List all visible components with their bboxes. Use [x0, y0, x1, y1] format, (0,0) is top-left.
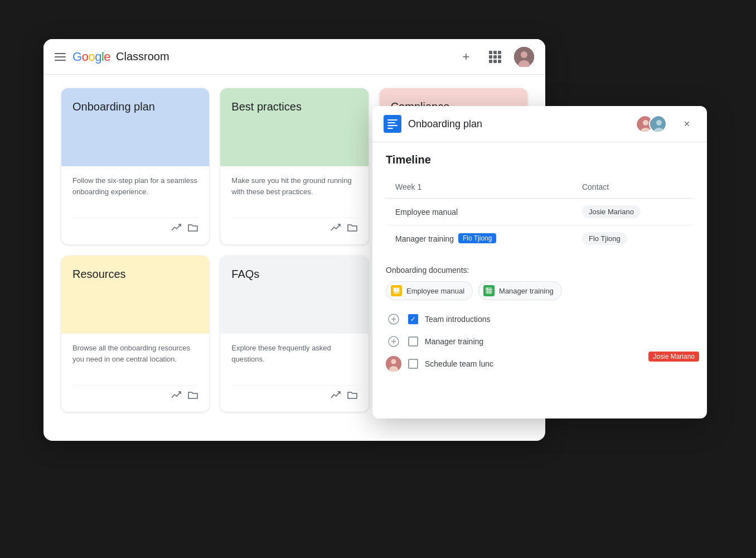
app-title: Classroom	[116, 50, 169, 63]
sheets-icon	[483, 285, 495, 296]
slides-icon	[391, 285, 402, 296]
svg-point-1	[521, 51, 527, 58]
checklist-item-2: Manager training	[386, 334, 694, 349]
grid-icon	[489, 51, 501, 63]
josie-contact-chip[interactable]: Josie Mariano	[582, 205, 641, 218]
table-col-contact: Contact	[573, 176, 694, 199]
apps-button[interactable]	[485, 47, 505, 67]
card-title-onboarding: Onboarding plan	[72, 99, 155, 114]
docs-section: Onboarding documents: Employee manual	[386, 266, 694, 300]
table-row: Manager training Flo Tjiong Flo Tjiong	[386, 225, 694, 252]
docs-chips: Employee manual	[386, 281, 694, 300]
folder-icon-resources[interactable]	[188, 390, 198, 403]
card-body-faqs: Explore these frequently asked questions…	[220, 334, 368, 412]
card-desc-best-practices: Make sure you hit the ground running wit…	[231, 175, 357, 209]
card-faqs[interactable]: FAQs Explore these frequently asked ques…	[220, 256, 368, 412]
table-cell-task-1: Employee manual	[386, 199, 573, 225]
detail-avatars	[636, 115, 667, 133]
classroom-header: Google Classroom +	[43, 39, 545, 75]
table-row: Employee manual Josie Mariano	[386, 199, 694, 225]
google-logo: Google	[72, 50, 110, 64]
svg-point-7	[656, 120, 662, 126]
doc-chip-label-training: Manager training	[499, 287, 554, 295]
timeline-section-title: Timeline	[386, 153, 694, 166]
detail-panel-title: Onboarding plan	[408, 118, 629, 130]
docs-section-label: Onboarding documents:	[386, 266, 694, 275]
card-header-best-practices: Best practices	[220, 88, 368, 166]
doc-chip-employee-manual[interactable]: Employee manual	[386, 281, 473, 300]
svg-point-4	[643, 120, 648, 126]
detail-panel: Onboarding plan	[372, 106, 707, 419]
card-footer-best-practices	[231, 218, 357, 235]
josie-tooltip: Josie Mariano	[648, 352, 699, 362]
card-onboarding-plan[interactable]: Onboarding plan Follow the six-step plan…	[61, 88, 209, 244]
trend-icon-best-practices[interactable]	[331, 223, 341, 235]
checkbox-1-checked[interactable]	[408, 314, 418, 324]
card-header-faqs: FAQs	[220, 256, 368, 334]
checklist-item-3: Schedule team lunc Josie Mariano	[386, 356, 694, 372]
header-actions: +	[456, 47, 534, 67]
checklist-label-1: Team introductions	[425, 315, 491, 324]
folder-icon-faqs[interactable]	[347, 390, 357, 403]
flo-tooltip: Flo Tjiong	[458, 233, 496, 243]
card-header-resources: Resources	[61, 256, 209, 334]
card-body-resources: Browse all the onboarding resources you …	[61, 334, 209, 412]
card-footer-faqs	[231, 385, 357, 403]
user-avatar[interactable]	[514, 47, 534, 67]
svg-point-25	[391, 359, 396, 364]
checklist-item-1: Team introductions	[386, 311, 694, 327]
folder-icon-best-practices[interactable]	[347, 223, 357, 235]
checklist-label-3: Schedule team lunc	[425, 359, 493, 368]
check-add-icon-2	[386, 334, 401, 349]
close-button[interactable]: ×	[678, 115, 696, 133]
doc-chip-label-manual: Employee manual	[406, 287, 464, 295]
avatar-josie-checklist	[386, 356, 401, 372]
doc-chip-manager-training[interactable]: Manager training	[478, 281, 562, 300]
card-title-faqs: FAQs	[231, 267, 259, 281]
card-title-resources: Resources	[72, 267, 126, 281]
card-resources[interactable]: Resources Browse all the onboarding reso…	[61, 256, 209, 412]
timeline-table: Week 1 Contact Employee manual Josie Mar…	[386, 175, 694, 252]
card-footer-onboarding	[72, 218, 198, 235]
svg-rect-11	[395, 292, 398, 294]
detail-panel-content: Timeline Week 1 Contact Employee manual …	[372, 142, 707, 419]
card-desc-faqs: Explore these frequently asked questions…	[231, 343, 357, 376]
card-footer-resources	[72, 385, 198, 403]
card-body-onboarding: Follow the six-step plan for a seamless …	[61, 166, 209, 244]
card-best-practices[interactable]: Best practices Make sure you hit the gro…	[220, 88, 368, 244]
table-cell-contact-2: Flo Tjiong	[573, 225, 694, 252]
table-col-week: Week 1	[386, 176, 573, 199]
detail-panel-header: Onboarding plan	[372, 106, 707, 142]
doc-icon	[384, 115, 401, 133]
svg-rect-10	[394, 288, 399, 292]
trend-icon-onboarding[interactable]	[171, 223, 181, 235]
card-title-best-practices: Best practices	[231, 99, 302, 114]
checklist-label-2: Manager training	[425, 337, 483, 346]
table-cell-task-2: Manager training Flo Tjiong	[386, 225, 573, 252]
card-desc-onboarding: Follow the six-step plan for a seamless …	[72, 175, 198, 209]
flo-contact-chip[interactable]: Flo Tjiong	[582, 232, 627, 245]
checkbox-2[interactable]	[408, 336, 418, 347]
checklist: Team introductions Manager training	[386, 311, 694, 372]
checkbox-3[interactable]	[408, 359, 418, 369]
check-add-icon-1	[386, 311, 401, 327]
trend-icon-resources[interactable]	[171, 390, 181, 403]
add-button[interactable]: +	[456, 47, 476, 67]
svg-rect-17	[486, 288, 488, 290]
card-header-onboarding: Onboarding plan	[61, 88, 209, 166]
avatar-flo	[649, 115, 667, 133]
trend-icon-faqs[interactable]	[331, 390, 341, 403]
folder-icon-onboarding[interactable]	[188, 223, 198, 235]
card-desc-resources: Browse all the onboarding resources you …	[72, 343, 198, 376]
card-body-best-practices: Make sure you hit the ground running wit…	[220, 166, 368, 244]
scene: Google Classroom +	[43, 39, 713, 519]
hamburger-icon[interactable]	[55, 51, 66, 63]
table-cell-contact-1: Josie Mariano	[573, 199, 694, 225]
